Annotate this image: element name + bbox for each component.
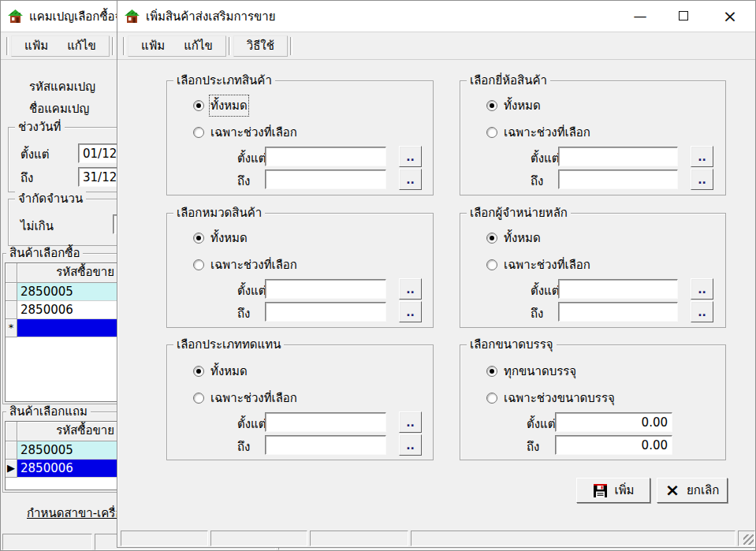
- radio-all-label[interactable]: ทั้งหมด: [210, 362, 248, 381]
- radio-range-label[interactable]: เฉพาะช่วงที่เลือก: [210, 255, 297, 274]
- menu-edit[interactable]: แก้ไข: [184, 36, 213, 55]
- radio-all[interactable]: [193, 100, 204, 111]
- from-browse-button[interactable]: ..: [691, 278, 713, 300]
- radio-all-label[interactable]: ทุกขนาดบรรจุ: [504, 362, 576, 381]
- screen: แคมเปญเลือกซื้อจำน แฟ้ม แก้ไข หน้า รหัสแ…: [0, 0, 756, 551]
- limit-label: ไม่เกิน: [20, 217, 54, 236]
- branch-machine-link[interactable]: กำหนดสาขา-เครื่อง: [27, 504, 128, 523]
- from-browse-button[interactable]: ..: [399, 278, 422, 300]
- menu-file[interactable]: แฟ้ม: [141, 36, 165, 55]
- toolbar-grip: [123, 37, 125, 55]
- radio-all-label[interactable]: ทั้งหมด: [210, 96, 248, 115]
- new-row-marker-icon[interactable]: *: [6, 319, 17, 337]
- campaign-name-label: ชื่อแคมเปญ: [29, 99, 89, 118]
- from-browse-button[interactable]: ..: [691, 146, 713, 167]
- to-browse-button[interactable]: ..: [691, 301, 713, 322]
- status-panel: [411, 531, 736, 546]
- minimize-button[interactable]: —: [622, 1, 658, 31]
- group-supplier: เลือกผู้จำหน่ายหลัก ทั้งหมด เฉพาะช่วงที่…: [460, 213, 726, 328]
- free-grid-row-2[interactable]: ▶ 2850006: [6, 460, 119, 478]
- buy-grid-row-2[interactable]: 2850006: [6, 301, 119, 319]
- date-from-label: ตั้งแต่: [20, 145, 49, 164]
- from-label: ตั้งแต่: [531, 149, 559, 168]
- menu-edit[interactable]: แก้ไข: [67, 36, 96, 55]
- free-products-grid[interactable]: รหัสซื้อขาย 2850005 ▶ 2850006: [5, 421, 120, 490]
- dialog-titlebar: เพิ่มสินค้าส่งเสริมการขาย: [117, 1, 755, 32]
- row-marker[interactable]: [6, 441, 17, 460]
- menu-help[interactable]: วิธีใช้: [247, 36, 274, 55]
- from-input[interactable]: [265, 412, 386, 432]
- buy-products-group: สินค้าเลือกซื้อ รหัสซื้อขาย 2850005 2850…: [2, 253, 122, 404]
- radio-range[interactable]: [486, 393, 497, 404]
- from-input[interactable]: [265, 147, 386, 166]
- to-input[interactable]: [558, 302, 678, 322]
- limit-group: จำกัดจำนวน ไม่เกิน: [8, 199, 119, 246]
- status-grip-panel[interactable]: [738, 531, 755, 546]
- from-input[interactable]: [558, 279, 678, 299]
- close-button[interactable]: ×: [712, 1, 748, 31]
- to-browse-button[interactable]: ..: [399, 169, 422, 190]
- radio-range-label[interactable]: เฉพาะช่วงที่เลือก: [210, 123, 297, 142]
- cancel-x-icon: ×: [665, 483, 680, 497]
- radio-all[interactable]: [193, 366, 204, 377]
- from-browse-button[interactable]: ..: [399, 146, 422, 167]
- add-button[interactable]: เพิ่ม: [576, 478, 650, 503]
- group-category-title: เลือกหมวดสินค้า: [173, 206, 265, 220]
- buy-grid-row-1[interactable]: 2850005: [6, 283, 119, 301]
- free-grid-row-1[interactable]: 2850005: [6, 441, 119, 460]
- toolbar-grip: [112, 37, 114, 55]
- app-house-icon: [8, 9, 23, 23]
- trade-code-column-header[interactable]: รหัสซื้อขาย: [17, 263, 119, 283]
- radio-all-label[interactable]: ทั้งหมด: [210, 229, 248, 248]
- to-browse-button[interactable]: ..: [399, 434, 422, 456]
- app-house-icon: [125, 9, 140, 23]
- group-package-size-title: เลือกขนาดบรรจุ: [467, 337, 557, 352]
- radio-all[interactable]: [486, 366, 497, 377]
- to-input[interactable]: [265, 302, 386, 322]
- radio-range[interactable]: [486, 259, 497, 270]
- to-input[interactable]: [265, 169, 386, 189]
- radio-all-label[interactable]: ทั้งหมด: [504, 229, 541, 248]
- to-browse-button[interactable]: ..: [399, 301, 422, 322]
- radio-range[interactable]: [486, 127, 497, 138]
- status-panel: [121, 531, 208, 546]
- buy-grid-new-row[interactable]: *: [6, 319, 119, 337]
- save-floppy-icon: [593, 483, 608, 498]
- radio-all-label[interactable]: ทั้งหมด: [504, 96, 541, 115]
- radio-range-label[interactable]: เฉพาะช่วงที่เลือก: [504, 123, 590, 142]
- maximize-button[interactable]: [665, 1, 702, 31]
- radio-range[interactable]: [193, 259, 204, 270]
- campaign-menu-band-1: แฟ้ม แก้ไข: [11, 35, 110, 57]
- to-browse-button[interactable]: ..: [691, 169, 713, 190]
- radio-range-label[interactable]: เฉพาะช่วงที่เลือก: [210, 389, 297, 408]
- to-input[interactable]: [265, 435, 386, 455]
- radio-range[interactable]: [193, 393, 204, 404]
- from-input[interactable]: [555, 412, 672, 432]
- row-marker[interactable]: [6, 301, 17, 319]
- to-input[interactable]: [555, 435, 672, 455]
- radio-all[interactable]: [486, 100, 497, 111]
- trade-code-column-header[interactable]: รหัสซื้อขาย: [17, 422, 119, 441]
- cancel-button-label: ยกเลิก: [687, 481, 719, 500]
- radio-range-label[interactable]: เฉพาะช่วงขนาดบรรจุ: [504, 389, 615, 408]
- group-substitute-type-title: เลือกประเภททดแทน: [173, 337, 284, 352]
- date-to-label: ถึง: [20, 169, 33, 188]
- cancel-button[interactable]: × ยกเลิก: [657, 478, 728, 503]
- radio-range[interactable]: [193, 127, 204, 138]
- radio-all[interactable]: [486, 233, 497, 244]
- radio-range-label[interactable]: เฉพาะช่วงที่เลือก: [504, 255, 590, 274]
- row-marker[interactable]: [6, 283, 17, 301]
- menu-file[interactable]: แฟ้ม: [24, 36, 48, 55]
- from-input[interactable]: [265, 279, 386, 299]
- resize-grip-icon[interactable]: [743, 534, 754, 545]
- from-label: ตั้งแต่: [531, 281, 559, 300]
- group-category: เลือกหมวดสินค้า ทั้งหมด เฉพาะช่วงที่เลือ…: [166, 213, 434, 328]
- to-input[interactable]: [558, 169, 678, 189]
- current-row-arrow-icon[interactable]: ▶: [6, 460, 17, 478]
- to-label: ถึง: [237, 437, 250, 456]
- from-browse-button[interactable]: ..: [399, 411, 422, 433]
- from-input[interactable]: [558, 147, 678, 166]
- radio-all[interactable]: [193, 233, 204, 244]
- buy-products-grid[interactable]: รหัสซื้อขาย 2850005 2850006 *: [5, 262, 120, 402]
- dialog-title: เพิ่มสินค้าส่งเสริมการขาย: [146, 7, 276, 26]
